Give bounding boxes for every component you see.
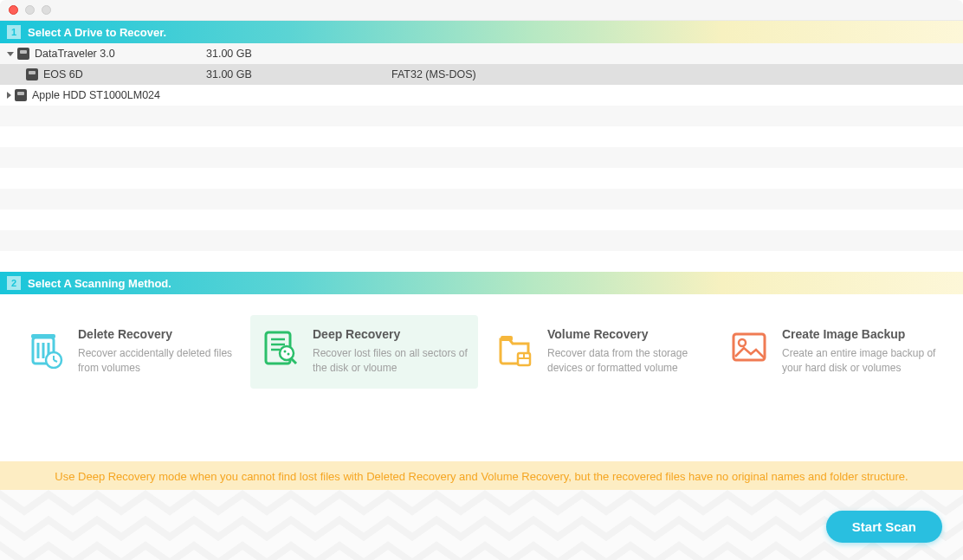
step1-number: 1 <box>7 25 21 39</box>
spacer-row <box>0 230 963 251</box>
svg-point-15 <box>288 353 290 356</box>
drive-row-datatraveler[interactable]: DataTraveler 3.0 31.00 GB <box>0 43 963 64</box>
close-icon[interactable] <box>9 5 18 15</box>
spacer-row <box>0 126 963 147</box>
step1-title: Select A Drive to Recover. <box>28 26 166 39</box>
drive-icon <box>17 48 29 60</box>
svg-rect-4 <box>31 334 55 338</box>
svg-line-13 <box>291 358 296 364</box>
step2-header: 2 Select A Scanning Method. <box>0 272 963 294</box>
method-desc: Recover accidentally deleted files from … <box>78 346 235 377</box>
drive-icon <box>15 89 27 101</box>
spacer-row <box>0 168 963 189</box>
method-title: Deep Recovery <box>313 327 469 341</box>
window-titlebar <box>0 0 963 21</box>
svg-rect-16 <box>501 336 513 341</box>
methods-container: Delete Recovery Recover accidentally del… <box>0 294 963 404</box>
svg-rect-20 <box>734 334 765 360</box>
method-title: Create Image Backup <box>782 327 939 341</box>
method-desc: Recover lost files on all sectors of the… <box>313 346 469 377</box>
decorative-chevron-strip <box>0 490 963 560</box>
drive-icon <box>26 68 38 80</box>
drive-name: Apple HDD ST1000LM024 <box>32 89 160 101</box>
folder-box-icon <box>494 327 535 369</box>
step2-title: Select A Scanning Method. <box>28 277 171 290</box>
spacer-row <box>0 147 963 168</box>
method-deep-recovery[interactable]: Deep Recovery Recover lost files on all … <box>250 315 478 389</box>
svg-rect-22 <box>0 490 963 560</box>
hint-banner: Use Deep Recovery mode when you cannot f… <box>0 461 963 492</box>
start-scan-button[interactable]: Start Scan <box>826 511 942 543</box>
drive-size: 31.00 GB <box>206 48 391 60</box>
spacer-row <box>0 106 963 126</box>
minimize-icon[interactable] <box>25 5 35 15</box>
drive-name: DataTraveler 3.0 <box>35 48 115 60</box>
step1-header: 1 Select A Drive to Recover. <box>0 21 963 43</box>
image-icon <box>728 327 770 369</box>
drive-format: FAT32 (MS-DOS) <box>391 68 963 80</box>
method-delete-recovery[interactable]: Delete Recovery Recover accidentally del… <box>16 315 243 389</box>
drive-name: EOS 6D <box>43 68 83 80</box>
method-desc: Create an entire image backup of your ha… <box>782 346 939 377</box>
method-volume-recovery[interactable]: Volume Recovery Recover data from the st… <box>485 315 713 389</box>
method-title: Delete Recovery <box>78 327 235 341</box>
chevron-down-icon[interactable] <box>7 52 14 56</box>
spacer-row <box>0 251 963 272</box>
svg-point-14 <box>284 351 287 353</box>
method-create-image-backup[interactable]: Create Image Backup Create an entire ima… <box>720 315 947 389</box>
document-magnify-icon <box>259 327 301 369</box>
svg-point-21 <box>739 339 746 346</box>
step2-number: 2 <box>7 276 21 290</box>
drive-row-applehdd[interactable]: Apple HDD ST1000LM024 <box>0 85 963 106</box>
method-title: Volume Recovery <box>547 327 704 341</box>
drive-size: 31.00 GB <box>206 68 391 80</box>
trash-clock-icon <box>24 327 66 369</box>
spacer-row <box>0 189 963 209</box>
drive-row-eos6d[interactable]: EOS 6D 31.00 GB FAT32 (MS-DOS) <box>0 64 963 85</box>
chevron-right-icon[interactable] <box>7 92 11 99</box>
method-desc: Recover data from the storage devices or… <box>547 346 704 377</box>
spacer-row <box>0 209 963 230</box>
maximize-icon[interactable] <box>42 5 51 15</box>
